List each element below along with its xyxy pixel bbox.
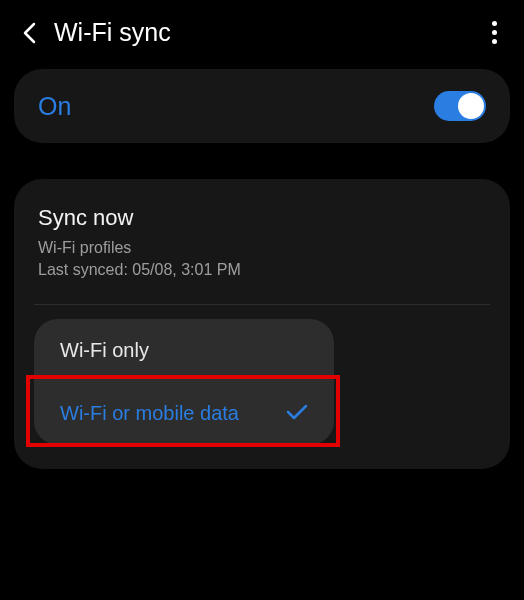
sync-settings-card: Sync now Wi-Fi profiles Last synced: 05/… — [14, 179, 510, 469]
more-options-button[interactable] — [480, 19, 508, 47]
divider — [34, 304, 490, 305]
toggle-knob — [458, 93, 484, 119]
more-vertical-icon — [492, 21, 497, 44]
master-toggle-switch[interactable] — [434, 91, 486, 121]
back-button[interactable] — [16, 19, 44, 47]
header-bar: Wi-Fi sync — [0, 0, 524, 61]
master-toggle-card[interactable]: On — [14, 69, 510, 143]
back-icon — [22, 21, 38, 45]
sync-profiles-label: Wi-Fi profiles — [38, 237, 486, 259]
sync-now-title: Sync now — [38, 205, 486, 231]
menu-item-wifi-or-mobile[interactable]: Wi-Fi or mobile data — [34, 382, 334, 445]
page-title: Wi-Fi sync — [54, 18, 480, 47]
sync-last-synced-label: Last synced: 05/08, 3:01 PM — [38, 259, 486, 281]
check-icon — [286, 402, 308, 425]
sync-now-row[interactable]: Sync now Wi-Fi profiles Last synced: 05/… — [38, 205, 486, 282]
menu-item-wifi-only[interactable]: Wi-Fi only — [34, 319, 334, 382]
sync-mode-menu: Wi-Fi only Wi-Fi or mobile data — [34, 319, 334, 445]
menu-item-label: Wi-Fi only — [60, 339, 149, 362]
toggle-state-label: On — [38, 92, 71, 121]
menu-item-label: Wi-Fi or mobile data — [60, 402, 239, 425]
